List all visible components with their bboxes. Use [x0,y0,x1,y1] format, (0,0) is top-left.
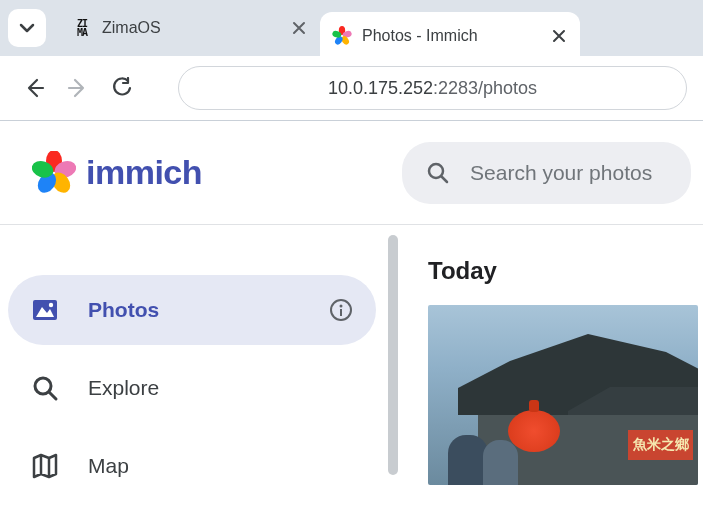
logo-text: immich [86,153,202,192]
search-icon [426,161,450,185]
immich-favicon-icon [332,26,352,46]
sidebar-item-label: Photos [88,298,300,322]
sidebar-item-photos[interactable]: Photos [8,275,376,345]
sidebar-item-map[interactable]: Map [8,431,376,501]
reload-button[interactable] [104,70,140,106]
photo-sign-text: 魚米之鄉 [628,430,693,460]
search-icon [30,373,60,403]
map-icon [30,451,60,481]
app-header: immich Search your photos [0,121,703,225]
svg-rect-16 [340,309,342,316]
search-box[interactable]: Search your photos [402,142,691,204]
arrow-left-icon [23,77,45,99]
tab-zimaos[interactable]: ZIMA ZimaOS [60,6,320,50]
app-body: Photos Explore Map Today [0,225,703,517]
tab-strip: ZIMA ZimaOS Photos - Immich [0,0,703,56]
tab-close-button[interactable] [550,27,568,45]
scrollbar[interactable] [388,235,398,475]
sidebar-item-explore[interactable]: Explore [8,353,376,423]
svg-point-13 [49,303,53,307]
close-icon [292,21,306,35]
arrow-right-icon [67,77,89,99]
info-icon[interactable] [328,297,354,323]
tab-title: ZimaOS [102,19,280,37]
browser-chrome: ZIMA ZimaOS Photos - Immich [0,0,703,121]
tab-menu-button[interactable] [8,9,46,47]
search-placeholder: Search your photos [470,161,652,185]
back-button[interactable] [16,70,52,106]
sidebar-item-label: Map [88,454,354,478]
sidebar-item-label: Explore [88,376,354,400]
address-bar[interactable]: 10.0.175.252:2283/photos [178,66,687,110]
reload-icon [111,77,133,99]
photo-thumbnail[interactable]: 魚米之鄉 [428,305,698,485]
chevron-down-icon [19,20,35,36]
immich-logo[interactable]: immich [32,151,202,195]
app-area: immich Search your photos Photos [0,121,703,517]
zimaos-favicon-icon: ZIMA [72,18,92,38]
tab-close-button[interactable] [290,19,308,37]
section-title: Today [428,257,703,285]
svg-point-15 [340,305,343,308]
url-text: 10.0.175.252:2283/photos [328,78,537,99]
content-area: Today 魚米之鄉 [392,225,703,517]
tab-immich[interactable]: Photos - Immich [320,12,580,56]
browser-toolbar: 10.0.175.252:2283/photos [0,56,703,120]
photos-icon [30,295,60,325]
forward-button[interactable] [60,70,96,106]
close-icon [552,29,566,43]
immich-logo-icon [32,151,76,195]
tab-title: Photos - Immich [362,27,540,45]
sidebar: Photos Explore Map [0,225,392,517]
